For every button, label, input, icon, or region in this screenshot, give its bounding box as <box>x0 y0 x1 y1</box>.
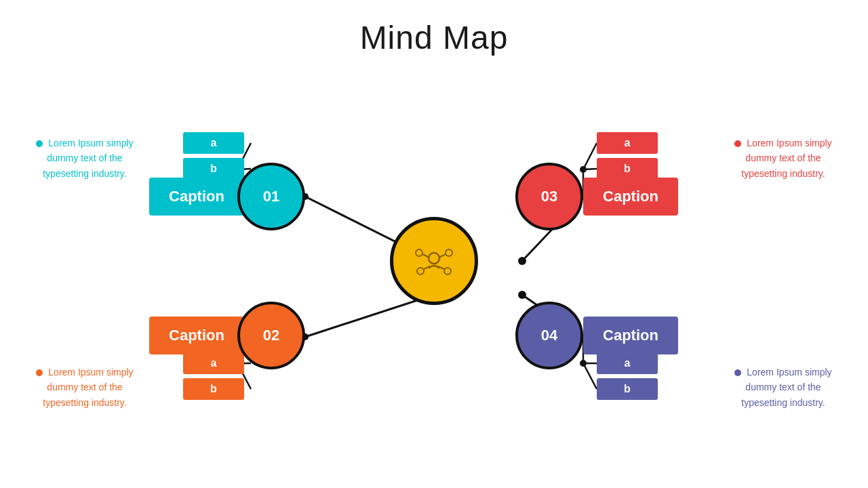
diagram-container: Caption Caption Caption Caption 01 02 03… <box>0 61 868 488</box>
node-01: 01 <box>237 163 305 230</box>
sub-item-04-b: b <box>597 378 658 400</box>
tr-text: Lorem Ipsum simply dummy text of the typ… <box>741 138 831 179</box>
sub-item-01-a: a <box>183 132 244 154</box>
corner-text-tr: Lorem Ipsum simply dummy text of the typ… <box>726 136 841 181</box>
caption-04: Caption <box>583 317 678 354</box>
svg-point-27 <box>580 360 587 367</box>
svg-point-22 <box>580 166 587 173</box>
caption-01: Caption <box>149 178 244 216</box>
br-text: Lorem Ipsum simply dummy text of the typ… <box>741 367 831 408</box>
corner-text-bl: Lorem Ipsum simply dummy text of the typ… <box>27 365 142 410</box>
svg-point-30 <box>518 257 526 265</box>
svg-point-31 <box>518 291 526 299</box>
svg-point-39 <box>446 249 452 256</box>
tl-dot <box>36 140 43 147</box>
sub-item-03-b: b <box>597 158 658 180</box>
caption-02: Caption <box>149 317 244 354</box>
page-title: Mind Map <box>0 0 868 56</box>
caption-03: Caption <box>583 178 678 216</box>
svg-line-20 <box>583 169 597 169</box>
sub-item-04-a: a <box>597 352 658 374</box>
sub-item-03-a: a <box>597 132 658 154</box>
node-03: 03 <box>515 163 583 230</box>
svg-point-43 <box>444 268 451 274</box>
br-dot <box>734 369 741 376</box>
node-center <box>390 217 478 305</box>
svg-line-1 <box>305 295 434 337</box>
sub-item-02-b: b <box>183 378 244 400</box>
svg-point-37 <box>416 249 422 256</box>
svg-line-19 <box>583 143 597 169</box>
tl-text: Lorem Ipsum simply dummy text of the typ… <box>43 138 133 179</box>
corner-text-br: Lorem Ipsum simply dummy text of the typ… <box>726 365 841 410</box>
tr-dot <box>734 140 741 147</box>
sub-item-01-b: b <box>183 158 244 180</box>
node-04: 04 <box>515 302 583 369</box>
svg-point-41 <box>417 268 424 274</box>
sub-item-02-a: a <box>183 352 244 374</box>
corner-text-tl: Lorem Ipsum simply dummy text of the typ… <box>27 136 142 181</box>
bl-dot <box>36 369 43 376</box>
node-02: 02 <box>237 302 305 369</box>
svg-point-36 <box>429 253 439 264</box>
bl-text: Lorem Ipsum simply dummy text of the typ… <box>43 367 133 408</box>
svg-line-25 <box>583 363 597 389</box>
